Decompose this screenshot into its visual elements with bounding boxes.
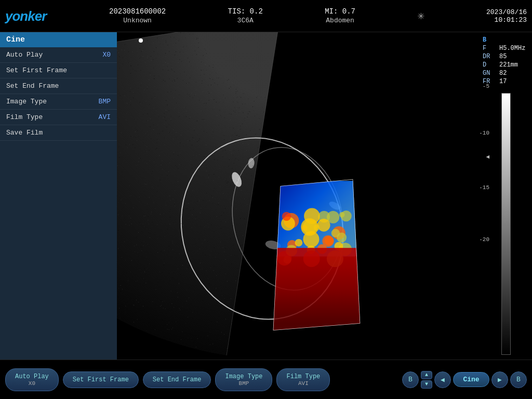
mi-value: MI: 0.7 bbox=[325, 7, 355, 16]
freq-row: F H5.0MHz bbox=[483, 45, 529, 52]
cine-b-right-button[interactable]: B bbox=[510, 371, 527, 388]
mode-label: B bbox=[483, 36, 497, 44]
menu-film-type-label: Film Type bbox=[6, 113, 43, 121]
cine-right-arrow-button[interactable]: ▶ bbox=[491, 371, 508, 388]
menu-title: Cine bbox=[0, 32, 117, 47]
tis-col: TIS: 0.2 3C6A bbox=[228, 7, 263, 24]
scale-neg10: -10 bbox=[479, 130, 489, 136]
cine-b-right-label: B bbox=[516, 376, 521, 383]
tis-value: TIS: 0.2 bbox=[228, 7, 263, 16]
menu-auto-play[interactable]: Auto Play X0 bbox=[0, 47, 117, 63]
header-info: 2023081600002 Unknown TIS: 0.2 3C6A MI: … bbox=[109, 7, 527, 24]
fr-row: FR 17 bbox=[483, 78, 529, 85]
d-val: 221mm bbox=[499, 61, 518, 69]
set-first-frame-label: Set First Frame bbox=[73, 376, 129, 383]
cine-main-button[interactable]: Cine bbox=[453, 372, 489, 387]
scale-neg5: -5 bbox=[483, 83, 489, 89]
right-panel: B F H5.0MHz DR 85 D 221mm GN 82 FR 17 bbox=[480, 32, 532, 360]
menu-set-first-frame-label: Set First Frame bbox=[6, 66, 67, 74]
auto-play-value: X0 bbox=[15, 380, 49, 387]
cine-arrows: ▲ ▼ bbox=[421, 371, 432, 389]
freq-key: F bbox=[483, 45, 497, 52]
mode-row: B bbox=[483, 36, 529, 44]
film-type-button[interactable]: Film Type AVI bbox=[276, 368, 330, 391]
set-end-frame-button[interactable]: Set End Frame bbox=[143, 371, 211, 388]
auto-play-label: Auto Play bbox=[15, 373, 49, 380]
cine-b-left-label: B bbox=[408, 376, 413, 383]
menu-set-first-frame[interactable]: Set First Frame bbox=[0, 63, 117, 78]
dr-key: DR bbox=[483, 53, 497, 60]
film-type-label: Film Type bbox=[286, 373, 320, 380]
set-first-frame-button[interactable]: Set First Frame bbox=[63, 371, 139, 388]
menu-image-type[interactable]: Image Type BMP bbox=[0, 94, 117, 110]
image-type-button[interactable]: Image Type BMP bbox=[215, 368, 272, 391]
scale-neg15: -15 bbox=[479, 184, 489, 191]
ultrasound-image-area bbox=[117, 32, 480, 360]
logo: yonker bbox=[5, 8, 109, 24]
main-area: Cine Auto Play X0 Set First Frame Set En… bbox=[0, 32, 532, 360]
freq-val: H5.0MHz bbox=[499, 45, 525, 52]
gray-scale-bar bbox=[501, 93, 511, 355]
right-params: B F H5.0MHz DR 85 D 221mm GN 82 FR 17 bbox=[480, 32, 532, 90]
header: yonker 2023081600002 Unknown TIS: 0.2 3C… bbox=[0, 0, 532, 32]
menu-image-type-label: Image Type bbox=[6, 98, 47, 105]
dr-val: 85 bbox=[499, 53, 507, 60]
cine-main-label: Cine bbox=[463, 376, 479, 383]
auto-play-button[interactable]: Auto Play X0 bbox=[5, 368, 59, 391]
menu-auto-play-value: X0 bbox=[102, 51, 111, 59]
set-end-frame-label: Set End Frame bbox=[153, 376, 202, 383]
cine-left-arrow-button[interactable]: ◀ bbox=[434, 371, 451, 388]
date: 2023/08/16 bbox=[486, 8, 527, 16]
menu-save-film[interactable]: Save Film bbox=[0, 125, 117, 141]
d-row: D 221mm bbox=[483, 61, 529, 69]
scale-neg20: -20 bbox=[479, 236, 489, 243]
view-label: 3C6A bbox=[237, 17, 254, 24]
d-key: D bbox=[483, 61, 497, 69]
cine-b-left-button[interactable]: B bbox=[402, 371, 419, 388]
menu-image-type-value: BMP bbox=[99, 98, 111, 105]
scale-marker-tri: ◀ bbox=[486, 153, 489, 160]
menu-set-end-frame[interactable]: Set End Frame bbox=[0, 78, 117, 94]
time: 10:01:23 bbox=[486, 16, 527, 24]
gn-val: 82 bbox=[499, 70, 507, 77]
menu-auto-play-label: Auto Play bbox=[6, 51, 43, 59]
mi-col: MI: 0.7 Abdomen bbox=[325, 7, 355, 24]
image-type-value: BMP bbox=[225, 380, 262, 387]
unknown-label: Unknown bbox=[123, 17, 152, 24]
menu-save-film-label: Save Film bbox=[6, 129, 43, 137]
datetime: 2023/08/16 10:01:23 bbox=[486, 8, 527, 24]
cine-group: B ▲ ▼ ◀ Cine ▶ B bbox=[402, 371, 527, 389]
snowflake-icon: ✳ bbox=[417, 9, 424, 23]
bottom-controls: Auto Play X0 Set First Frame Set End Fra… bbox=[0, 360, 532, 399]
body-label: Abdomen bbox=[326, 17, 354, 24]
study-id: 2023081600002 bbox=[109, 7, 166, 16]
position-dot bbox=[139, 38, 143, 43]
gn-key: GN bbox=[483, 70, 497, 77]
cine-up-arrow[interactable]: ▲ bbox=[421, 371, 432, 379]
image-type-label: Image Type bbox=[225, 373, 262, 380]
dr-row: DR 85 bbox=[483, 53, 529, 60]
fr-val: 17 bbox=[499, 78, 507, 85]
gn-row: GN 82 bbox=[483, 70, 529, 77]
menu-set-end-frame-label: Set End Frame bbox=[6, 82, 59, 90]
ultrasound-canvas bbox=[117, 32, 480, 360]
film-type-value: AVI bbox=[286, 380, 320, 387]
cine-down-arrow[interactable]: ▼ bbox=[421, 380, 432, 389]
menu-film-type-value: AVI bbox=[99, 113, 111, 121]
study-id-col: 2023081600002 Unknown bbox=[109, 7, 166, 24]
menu-film-type[interactable]: Film Type AVI bbox=[0, 110, 117, 125]
left-menu: Cine Auto Play X0 Set First Frame Set En… bbox=[0, 32, 117, 360]
